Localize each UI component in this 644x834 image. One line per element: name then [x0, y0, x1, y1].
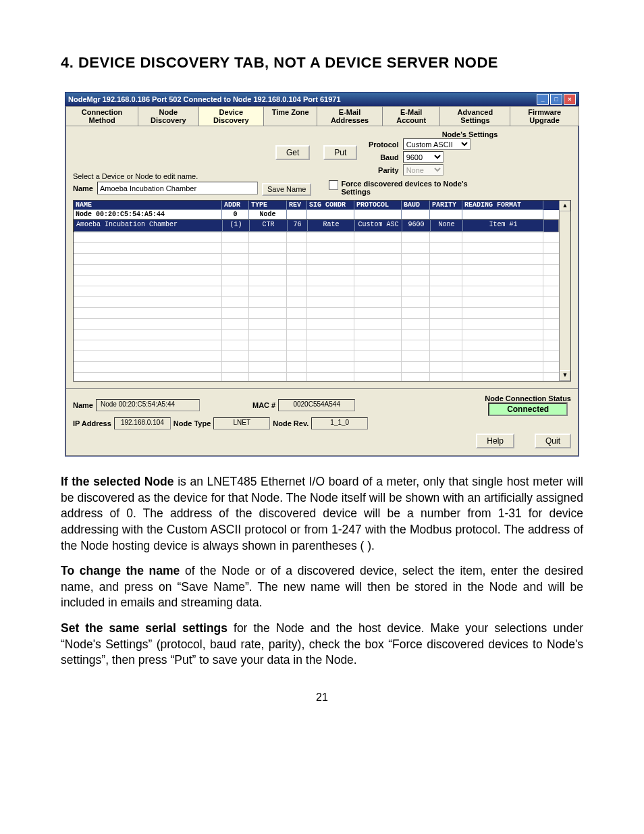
device-discovery-panel: Node's Settings Protocol Custom ASCII Ba…: [65, 126, 579, 389]
name-input[interactable]: [97, 182, 258, 194]
baud-label: Baud: [369, 153, 399, 161]
col-format: READING FORMAT: [462, 201, 543, 210]
tab-bar: Connection Method Node Discovery Device …: [65, 106, 579, 126]
help-button[interactable]: Help: [476, 434, 514, 448]
col-proto: PROTOCOL: [354, 201, 402, 210]
protocol-select[interactable]: Custom ASCII: [403, 138, 471, 150]
force-checkbox-row[interactable]: Force discovered devices to Node's Setti…: [329, 180, 476, 196]
col-name: NAME: [74, 201, 222, 210]
tab-node-discovery[interactable]: Node Discovery: [138, 106, 198, 126]
status-rev-field: 1_1_0: [311, 417, 368, 429]
page-number: 21: [61, 692, 583, 704]
col-addr: ADDR: [222, 201, 249, 210]
protocol-label: Protocol: [369, 140, 399, 149]
p2-bold: To change the name: [61, 564, 180, 577]
status-name-field: Node 00:20:C5:54:A5:44: [96, 399, 200, 411]
quit-button[interactable]: Quit: [535, 434, 571, 448]
get-button[interactable]: Get: [275, 145, 310, 160]
tab-advanced-settings[interactable]: Advanced Settings: [439, 106, 510, 126]
table-row[interactable]: Node 00:20:C5:54:A5:440Node: [74, 210, 559, 219]
status-type-label: Node Type: [173, 419, 211, 427]
parity-label: Parity: [369, 166, 399, 174]
put-button[interactable]: Put: [323, 145, 357, 160]
status-type-field: LNET: [213, 417, 270, 429]
baud-select[interactable]: 9600: [403, 151, 444, 163]
select-hint: Select a Device or Node to edit name.: [73, 172, 258, 180]
conn-status-value: Connected: [488, 402, 568, 416]
force-checkbox[interactable]: [329, 180, 338, 190]
status-ip-field: 192.168.0.104: [114, 417, 171, 429]
table-row[interactable]: Amoeba Incubation Chamber(1)CTR76RateCus…: [74, 219, 559, 232]
tab-time-zone[interactable]: Time Zone: [263, 106, 317, 126]
minimize-icon[interactable]: _: [537, 94, 549, 105]
force-label: Force discovered devices to Node's Setti…: [341, 180, 476, 196]
name-label: Name: [73, 184, 93, 192]
node-settings-group: Node's Settings Protocol Custom ASCII Ba…: [369, 130, 571, 176]
col-baud: BAUD: [402, 201, 430, 210]
table-scrollbar[interactable]: ▲ ▼: [559, 201, 570, 381]
tab-firmware-upgrade[interactable]: Firmware Upgrade: [510, 106, 579, 126]
scroll-down-icon[interactable]: ▼: [560, 370, 570, 381]
status-rev-label: Node Rev.: [273, 419, 308, 427]
p1-bold: If the selected Node: [61, 475, 174, 488]
scroll-up-icon[interactable]: ▲: [560, 201, 570, 211]
status-mac-field: 0020C554A544: [278, 399, 355, 411]
col-sig: SIG CONDR: [307, 201, 354, 210]
status-mac-label: MAC #: [252, 401, 275, 409]
node-settings-header: Node's Settings: [369, 130, 571, 138]
titlebar: NodeMgr 192.168.0.186 Port 502 Connected…: [65, 93, 579, 106]
p3-bold: Set the same serial settings: [61, 621, 227, 635]
maximize-icon[interactable]: □: [550, 94, 562, 105]
col-rev: REV: [287, 201, 307, 210]
col-parity: PARITY: [430, 201, 462, 210]
table-empty-area: [74, 232, 559, 381]
col-type: TYPE: [249, 201, 287, 210]
section-heading: 4. DEVICE DISCOVERY TAB, NOT A DEVICE SE…: [61, 54, 583, 72]
device-table: NAME ADDR TYPE REV SIG CONDR PROTOCOL BA…: [73, 200, 571, 382]
parity-select[interactable]: None: [403, 164, 444, 176]
status-area: Name Node 00:20:C5:54:A5:44 MAC # 0020C5…: [65, 389, 579, 456]
table-header: NAME ADDR TYPE REV SIG CONDR PROTOCOL BA…: [74, 201, 559, 210]
conn-status-label: Node Connection Status: [485, 394, 571, 402]
status-ip-label: IP Address: [73, 419, 111, 427]
tab-email-addresses[interactable]: E-Mail Addresses: [317, 106, 383, 126]
close-icon[interactable]: ×: [564, 94, 576, 105]
tab-connection-method[interactable]: Connection Method: [65, 106, 138, 126]
tab-email-account[interactable]: E-Mail Account: [382, 106, 441, 126]
titlebar-text: NodeMgr 192.168.0.186 Port 502 Connected…: [68, 95, 341, 103]
nodemgr-window: NodeMgr 192.168.0.186 Port 502 Connected…: [65, 92, 579, 457]
status-name-label: Name: [73, 401, 93, 409]
save-name-button[interactable]: Save Name: [262, 183, 311, 196]
body-text: If the selected Node is an LNET485 Ether…: [61, 474, 583, 669]
tab-device-discovery[interactable]: Device Discovery: [198, 106, 265, 126]
